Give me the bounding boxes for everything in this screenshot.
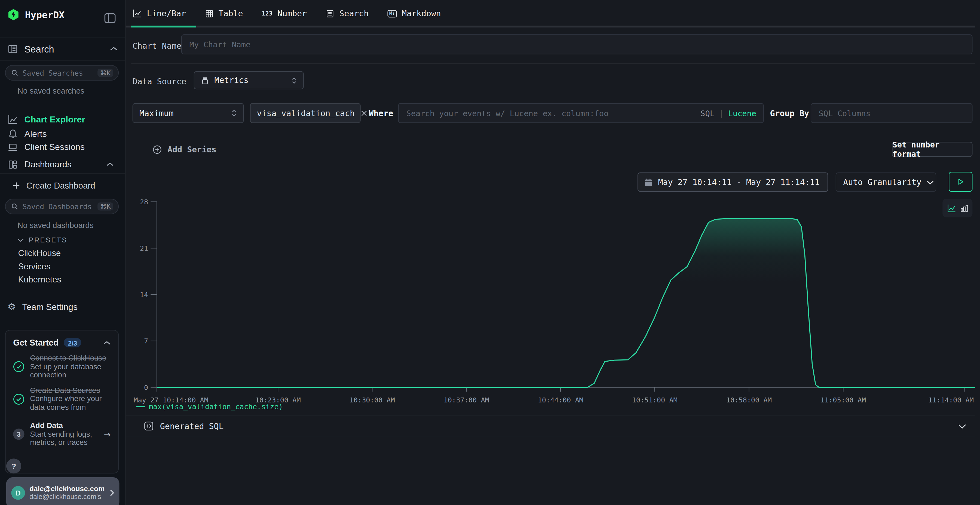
code-icon [144,421,154,431]
step-desc: Start sending logs, metrics, or traces [30,430,98,447]
add-series-button[interactable]: Add Series [153,142,216,157]
group-by-input[interactable] [811,103,973,123]
search-icon [11,202,19,211]
chevron-right-icon [110,489,115,497]
check-circle-icon [13,394,24,405]
help-button[interactable]: ? [6,459,21,473]
select-chevrons-icon [291,76,297,85]
search-doc-icon [326,9,334,18]
get-started-step-sources[interactable]: Create Data Sources Configure where your… [13,386,111,412]
app-logo[interactable]: HyperDX [8,9,65,21]
markdown-icon: M↓ [387,10,397,17]
language-separator: | [719,108,724,118]
user-subtext: dale@clickhouse.com's [29,493,105,501]
line-chart-icon [132,9,142,18]
sidebar-item-chart-explorer[interactable]: Chart Explorer [8,114,85,125]
svg-text:10:44:00 AM: 10:44:00 AM [538,396,583,404]
sidebar-item-client-sessions[interactable]: Client Sessions [8,141,85,152]
preset-clickhouse[interactable]: ClickHouse [18,249,61,258]
chevron-down-icon [927,179,934,184]
avatar: D [11,486,25,500]
tab-markdown[interactable]: M↓ Markdown [387,9,441,18]
get-started-step-connect[interactable]: Connect to ClickHouse Set up your databa… [13,354,111,380]
legend-series-name: max(visa_validation_cache.size) [149,402,283,411]
svg-text:0: 0 [144,384,148,392]
chart-type-tabbar: Line/Bar Table 123 Number Search [125,0,980,27]
tab-number[interactable]: 123 Number [262,9,307,18]
app-window: HyperDX Search Saved Searches ⌘K No save… [0,0,980,505]
lucene-language-option[interactable]: Lucene [728,108,756,118]
active-tab-indicator [131,25,196,27]
date-range-picker[interactable]: May 27 10:14:11 - May 27 11:14:11 [638,173,828,192]
user-menu[interactable]: D dale@clickhouse.com dale@clickhouse.co… [6,477,119,505]
user-email: dale@clickhouse.com [29,485,105,493]
close-icon[interactable] [360,110,367,116]
get-started-card: Get Started 2/3 Connect to ClickHouse Se… [5,330,119,473]
chart-name-input[interactable] [181,34,973,54]
svg-text:14: 14 [140,291,148,299]
tab-line-bar[interactable]: Line/Bar [132,9,186,18]
sql-language-option[interactable]: SQL [700,108,714,118]
query-language-toggle: SQL | Lucene [700,103,756,123]
select-chevrons-icon [231,108,237,117]
chart-legend[interactable]: max(visa_validation_cache.size) [136,402,283,411]
sidebar-item-dashboards[interactable]: Dashboards [8,159,72,170]
svg-text:11:05:00 AM: 11:05:00 AM [821,396,866,404]
saved-dashboards-placeholder: Saved Dashboards [22,202,94,211]
presets-toggle[interactable]: PRESETS [18,236,67,244]
tab-underline-track [125,25,975,27]
step-desc: Set up your database connection [30,363,110,380]
generated-sql-toggle[interactable]: Generated SQL [125,414,975,437]
database-icon [200,76,209,85]
svg-text:28: 28 [140,198,148,206]
svg-text:10:37:00 AM: 10:37:00 AM [444,396,489,404]
sidebar-collapse-icon[interactable] [104,12,116,24]
search-section-header[interactable]: Search [0,37,125,60]
plus-icon [13,182,20,189]
date-range-value: May 27 10:14:11 - May 27 11:14:11 [658,178,820,187]
get-started-progress-badge: 2/3 [64,338,82,347]
sidebar-divider [0,173,125,173]
main-content: Line/Bar Table 123 Number Search [125,0,980,505]
svg-text:10:58:00 AM: 10:58:00 AM [726,396,772,404]
search-icon [11,69,19,77]
sidebar-item-team-settings[interactable]: ⚙ Team Settings [8,301,78,312]
line-chart[interactable]: 07142128May 27 10:14:00 AM10:23:00 AM10:… [125,196,980,406]
table-icon [205,9,213,18]
step-desc: Configure where your data comes from [30,395,110,412]
preset-services[interactable]: Services [18,262,51,271]
get-started-step-add-data[interactable]: 3 Add Data Start sending logs, metrics, … [13,422,111,447]
svg-text:11:14:00 AM: 11:14:00 AM [928,396,974,404]
dashboard-icon [8,159,18,170]
set-number-format-button[interactable]: Set number format [892,142,972,157]
metric-tag[interactable]: visa_validation_cach [250,103,360,123]
svg-text:10:51:00 AM: 10:51:00 AM [632,396,678,404]
chart-line-icon [8,114,18,125]
run-query-button[interactable] [949,172,972,192]
svg-text:7: 7 [144,337,148,345]
search-section-label: Search [24,43,54,54]
step-title: Connect to ClickHouse [30,354,110,363]
svg-text:21: 21 [140,245,148,252]
no-saved-dashboards-note: No saved dashboards [18,221,93,230]
where-search-wrap: SQL | Lucene [398,103,764,123]
tab-table[interactable]: Table [205,9,243,18]
saved-searches-input[interactable]: Saved Searches ⌘K [5,65,119,81]
granularity-select[interactable]: Auto Granularity [836,173,937,192]
chevron-down-icon [958,423,966,429]
get-started-title: Get Started [13,338,59,347]
legend-line-swatch [136,406,145,407]
saved-dashboards-input[interactable]: Saved Dashboards ⌘K [5,199,119,214]
data-source-select[interactable]: Metrics [194,71,304,89]
granularity-value: Auto Granularity [843,178,921,187]
get-started-header[interactable]: Get Started 2/3 [13,338,111,347]
plus-circle-icon [153,145,162,154]
calendar-icon [644,178,652,186]
aggregation-select[interactable]: Maximum [132,103,244,123]
saved-searches-placeholder: Saved Searches [22,68,94,77]
sidebar-item-alerts[interactable]: Alerts [8,128,47,139]
preset-kubernetes[interactable]: Kubernetes [18,275,62,284]
app-title: HyperDX [25,9,65,20]
create-dashboard-button[interactable]: Create Dashboard [13,180,95,191]
tab-search[interactable]: Search [326,9,369,18]
